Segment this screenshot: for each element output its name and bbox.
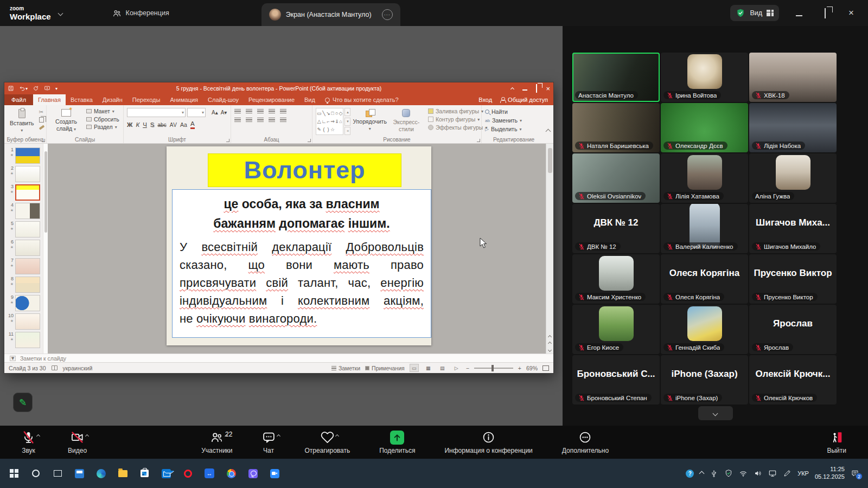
drawing-dialog-launcher[interactable] bbox=[477, 139, 480, 142]
chevron-up-icon[interactable] bbox=[276, 434, 280, 438]
taskbar-clock[interactable]: 11:25 05.12.2025 bbox=[815, 466, 845, 481]
slide-sorter-view-button[interactable]: ▦ bbox=[424, 364, 433, 372]
restore-button[interactable] bbox=[819, 9, 831, 18]
reading-view-button[interactable]: ▤ bbox=[438, 364, 447, 372]
zoom-slider[interactable] bbox=[474, 368, 513, 369]
participant-tile[interactable]: ХВК-18 bbox=[749, 53, 837, 102]
ppt-menu-tab[interactable]: Слайд-шоу bbox=[203, 94, 244, 105]
shrink-font-icon[interactable]: А▾ bbox=[221, 110, 227, 115]
bullets-icon[interactable] bbox=[234, 109, 241, 114]
taskbar-viber-button[interactable] bbox=[242, 463, 264, 484]
chevron-up-icon[interactable] bbox=[36, 434, 40, 438]
taskbar-task-view-button[interactable] bbox=[47, 463, 68, 484]
toolbar-audio-button[interactable]: Звук bbox=[16, 431, 41, 454]
chevron-up-icon[interactable] bbox=[85, 434, 89, 438]
find-button[interactable]: Найти bbox=[485, 108, 542, 115]
ppt-menu-tab[interactable]: Вставка bbox=[66, 94, 98, 105]
participant-tile[interactable]: Наталя Баришевська bbox=[572, 103, 660, 152]
taskbar-mail-button[interactable] bbox=[155, 463, 177, 484]
taskbar-search-button[interactable] bbox=[25, 463, 47, 484]
minimize-button[interactable] bbox=[793, 9, 805, 18]
slide-scrollbar[interactable] bbox=[546, 144, 553, 354]
scroll-up-icon[interactable] bbox=[548, 335, 552, 339]
language-indicator[interactable]: УКР bbox=[797, 470, 809, 477]
comments-toggle[interactable]: Примечания bbox=[365, 365, 405, 371]
slide-thumbnail[interactable]: 6★ bbox=[7, 240, 47, 256]
participant-tile[interactable]: Олеся Корягіна Олеся Корягіна bbox=[661, 254, 748, 304]
slide-thumbnail[interactable]: 3★ bbox=[7, 184, 47, 201]
tab-screen-share[interactable]: Экран (Анастасія Мантуло) ··· bbox=[261, 3, 400, 26]
collapse-ribbon-icon[interactable] bbox=[546, 129, 551, 134]
ppt-menu-tab[interactable]: Вид bbox=[299, 94, 320, 105]
toolbar-chat-button[interactable]: Чат bbox=[257, 431, 281, 454]
font-format-button[interactable]: Ж bbox=[127, 121, 132, 128]
taskbar-office-button[interactable] bbox=[68, 463, 90, 484]
slide-thumbnail[interactable]: 11★ bbox=[7, 332, 47, 348]
spellcheck-icon[interactable] bbox=[52, 365, 58, 370]
participant-tile[interactable]: Максим Христенко bbox=[572, 254, 660, 304]
slide-thumbnail[interactable]: 8★ bbox=[7, 277, 47, 293]
notes-toggle[interactable]: Заметки bbox=[331, 365, 360, 371]
numbering-icon[interactable] bbox=[246, 109, 252, 114]
sign-in-button[interactable]: Вход bbox=[478, 97, 492, 103]
reset-button[interactable]: Сбросить bbox=[86, 116, 119, 123]
wifi-icon[interactable] bbox=[739, 469, 748, 478]
taskbar-chrome-button[interactable] bbox=[220, 463, 242, 484]
chevron-up-icon[interactable] bbox=[699, 471, 705, 476]
toolbar-share-button[interactable]: Поделиться bbox=[374, 431, 420, 454]
normal-view-button[interactable]: ▭ bbox=[410, 364, 419, 372]
volume-icon[interactable] bbox=[754, 469, 762, 478]
align-right-icon[interactable] bbox=[257, 118, 264, 123]
ppt-menu-tab[interactable]: Файл bbox=[4, 94, 33, 105]
current-slide[interactable]: Волонтер це особа, яка за власнимбажання… bbox=[167, 146, 431, 345]
pen-icon[interactable] bbox=[783, 469, 792, 478]
previous-slide-icon[interactable] bbox=[548, 342, 552, 345]
ppt-menu-tab[interactable]: Анимация bbox=[165, 94, 203, 105]
participant-tile[interactable]: iPhone (Захар) iPhone (Захар) bbox=[661, 355, 748, 404]
slide-title-banner[interactable]: Волонтер bbox=[208, 153, 401, 187]
paragraph-dialog-launcher[interactable] bbox=[308, 139, 311, 142]
slide-thumbnail[interactable]: 2★ bbox=[7, 166, 47, 182]
shape-outline-button[interactable]: Контур фигуры▾ bbox=[428, 116, 488, 123]
participant-tile[interactable]: Аліна Гужва bbox=[749, 153, 837, 203]
next-slide-icon[interactable] bbox=[548, 348, 552, 352]
participant-tile[interactable]: Лідія Набока bbox=[749, 103, 837, 152]
taskbar-teamviewer-button[interactable]: ↔ bbox=[199, 463, 220, 484]
font-format-button[interactable]: Аа bbox=[180, 121, 187, 128]
thumbnail-scrollbar[interactable] bbox=[43, 144, 48, 354]
undo-icon[interactable]: ▾ bbox=[19, 85, 28, 92]
shape-fill-button[interactable]: Заливка фигуры▾ bbox=[428, 108, 488, 114]
workspace-chevron-icon[interactable] bbox=[58, 10, 63, 16]
ppt-menu-tab[interactable]: Рецензирование bbox=[244, 94, 299, 105]
new-slide-button[interactable]: Создать слайд ▾ bbox=[50, 108, 82, 133]
align-left-icon[interactable] bbox=[234, 118, 241, 123]
toolbar-participants-button[interactable]: 22 Участники bbox=[196, 431, 238, 454]
font-size-combobox[interactable]: ▾ bbox=[187, 108, 206, 117]
justify-icon[interactable] bbox=[269, 118, 275, 123]
shape-effects-button[interactable]: Эффекты фигуры▾ bbox=[428, 124, 488, 131]
ppt-menu-tab[interactable]: Главная bbox=[33, 94, 66, 105]
notes-pane[interactable]: ▾ Заметки к слайду bbox=[4, 354, 553, 362]
action-center-button[interactable]: 2 bbox=[851, 469, 859, 478]
shapes-gallery-scroll[interactable]: ▴▾≡ bbox=[344, 108, 350, 135]
zoom-percentage[interactable]: 69% bbox=[526, 365, 538, 371]
ribbon-display-options-icon[interactable] bbox=[511, 85, 514, 92]
font-format-button[interactable]: АV bbox=[170, 122, 177, 128]
toolbar-leave-button[interactable]: Выйти bbox=[821, 431, 852, 454]
participant-tile[interactable]: Анастасія Мантуло bbox=[572, 53, 660, 102]
participant-tile[interactable]: Oleksii Ovsiannikov bbox=[572, 153, 660, 203]
quick-styles-button[interactable]: Экспресс-стили bbox=[391, 108, 422, 135]
taskbar-zoom-button[interactable] bbox=[264, 463, 285, 484]
participant-tile[interactable]: Олексій Крючк... Олексій Крючков bbox=[749, 355, 837, 404]
participant-tile[interactable]: Лілія Хатамова bbox=[661, 153, 748, 203]
font-name-combobox[interactable]: ▾ bbox=[127, 108, 186, 117]
slide-thumbnail[interactable]: 4★ bbox=[7, 203, 47, 219]
paste-button[interactable]: Вставить▾ bbox=[8, 108, 36, 134]
ppt-menu-tab[interactable]: Дизайн bbox=[98, 94, 127, 105]
toolbar-video-button[interactable]: Видео bbox=[62, 431, 92, 454]
notes-collapse-icon[interactable]: ▾ bbox=[10, 356, 16, 361]
taskbar-opera-button[interactable] bbox=[177, 463, 199, 484]
participant-tile[interactable]: Броновський С... Броновський Степан bbox=[572, 355, 660, 404]
taskbar-edge-button[interactable] bbox=[90, 463, 112, 484]
font-format-button[interactable]: S bbox=[150, 121, 155, 128]
